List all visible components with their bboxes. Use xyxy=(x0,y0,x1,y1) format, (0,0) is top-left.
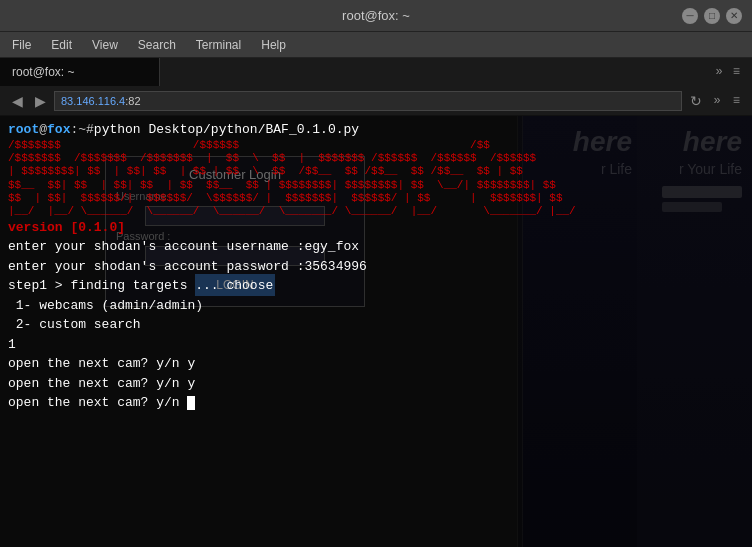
cursor xyxy=(187,396,195,410)
menu-file[interactable]: File xyxy=(4,36,39,54)
prompt-at: @ xyxy=(39,122,47,137)
output-line-4: 1- webcams (admin/admin) xyxy=(8,296,744,316)
close-icon: ✕ xyxy=(730,10,738,21)
output-line-5: 2- custom search xyxy=(8,315,744,335)
url-suffix: :82 xyxy=(125,95,140,107)
menu-view[interactable]: View xyxy=(84,36,126,54)
maximize-button[interactable]: □ xyxy=(704,8,720,24)
titlebar-controls: ─ □ ✕ xyxy=(682,8,742,24)
addressbar: ◀ ▶ 83.146.116.4:82 ↻ » ≡ xyxy=(0,86,752,116)
menu-icon[interactable]: ≡ xyxy=(729,63,744,81)
output-line-2: enter your shodan's account password :35… xyxy=(8,257,744,277)
output-line-1: enter your shodan's account username :eg… xyxy=(8,237,744,257)
url-ip: 83.146.116.4 xyxy=(61,95,125,107)
menu-icon-2[interactable]: ≡ xyxy=(729,92,744,110)
minimize-icon: ─ xyxy=(686,10,693,21)
output-line-6: 1 xyxy=(8,335,744,355)
forward-button[interactable]: ▶ xyxy=(31,93,50,109)
prompt-user: root xyxy=(8,122,39,137)
titlebar-title: root@fox: ~ xyxy=(70,8,682,23)
ascii-art: /$$$$$$$ /$$$$$$ /$$ /$$$$$$$ /$$$$$$$ /… xyxy=(8,139,744,218)
output-line-3: step1 > finding targets ... choose xyxy=(8,276,744,296)
close-button[interactable]: ✕ xyxy=(726,8,742,24)
prompt-host: fox xyxy=(47,122,70,137)
tab-label: root@fox: ~ xyxy=(12,65,75,79)
menubar: File Edit View Search Terminal Help xyxy=(0,32,752,58)
prompt-line: root@fox:~# python Desktop/python/BAF_0.… xyxy=(8,122,744,137)
minimize-button[interactable]: ─ xyxy=(682,8,698,24)
output-line-8: open the next cam? y/n y xyxy=(8,374,744,394)
address-bar-url[interactable]: 83.146.116.4:82 xyxy=(54,91,682,111)
prompt-path: :~# xyxy=(70,122,93,137)
back-button[interactable]: ◀ xyxy=(8,93,27,109)
output-line-9: open the next cam? y/n xyxy=(8,393,744,413)
tabbar: root@fox: ~ » ≡ xyxy=(0,58,752,86)
tab-nav-icons: » ≡ xyxy=(712,58,752,86)
titlebar: root@fox: ~ ─ □ ✕ xyxy=(0,0,752,32)
chevron-right-icon[interactable]: » xyxy=(712,63,727,81)
menu-edit[interactable]: Edit xyxy=(43,36,80,54)
menu-terminal[interactable]: Terminal xyxy=(188,36,249,54)
menu-help[interactable]: Help xyxy=(253,36,294,54)
prompt-cmd: python Desktop/python/BAF_0.1.0.py xyxy=(94,122,359,137)
output-line-7: open the next cam? y/n y xyxy=(8,354,744,374)
terminal: here here r Your Life r Life Customer Lo… xyxy=(0,116,752,547)
maximize-icon: □ xyxy=(709,10,715,21)
terminal-content: root@fox:~# python Desktop/python/BAF_0.… xyxy=(8,122,744,413)
reload-button[interactable]: ↻ xyxy=(686,93,706,109)
version-line: version [0.1.0] xyxy=(8,220,744,235)
menu-search[interactable]: Search xyxy=(130,36,184,54)
tab-main[interactable]: root@fox: ~ xyxy=(0,58,160,86)
chevron-right-icon-2[interactable]: » xyxy=(710,92,725,110)
